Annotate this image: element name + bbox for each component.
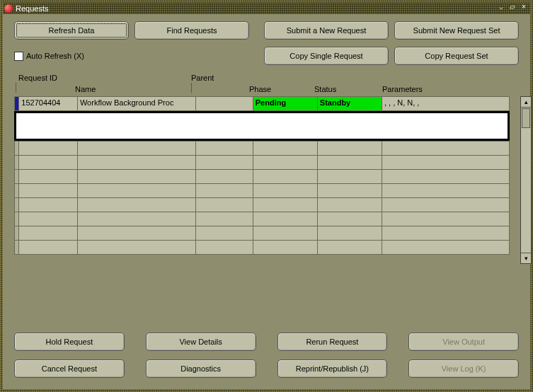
cancel-request-button[interactable]: Cancel Request bbox=[14, 359, 125, 378]
rerun-label: Rerun Request bbox=[306, 338, 358, 346]
header-phase: Phase bbox=[249, 85, 271, 93]
cell-phase[interactable]: Pending bbox=[253, 97, 317, 110]
diagnostics-button[interactable]: Diagnostics bbox=[146, 359, 256, 378]
refresh-label: Refresh Data bbox=[49, 26, 95, 35]
find-label: Find Requests bbox=[167, 26, 217, 35]
auto-refresh-checkbox[interactable]: Auto Refresh (X) bbox=[14, 52, 84, 61]
table-row[interactable]: 152704404 Workflow Background Proc Pendi… bbox=[15, 97, 510, 111]
cell-name[interactable]: Workflow Background Proc bbox=[78, 97, 195, 110]
submit-set-label: Submit New Request Set bbox=[413, 26, 500, 35]
minimize-icon[interactable]: ⌵ bbox=[496, 4, 506, 12]
table-row[interactable] bbox=[15, 241, 510, 255]
cell-parameters[interactable]: , , , N, N, , bbox=[382, 97, 509, 110]
copy-set-label: Copy Request Set bbox=[425, 52, 488, 60]
header-parameters: Parameters bbox=[382, 85, 423, 93]
scroll-thumb[interactable] bbox=[522, 108, 530, 128]
rerun-request-button[interactable]: Rerun Request bbox=[277, 333, 388, 351]
oracle-icon bbox=[4, 4, 13, 13]
reprint-republish-button[interactable]: Reprint/Republish (J) bbox=[277, 359, 388, 378]
table-row[interactable] bbox=[15, 142, 510, 156]
table-row[interactable] bbox=[15, 212, 510, 226]
close-icon[interactable]: × bbox=[519, 4, 529, 12]
table-row[interactable] bbox=[15, 156, 510, 170]
scroll-up-icon[interactable]: ▴ bbox=[521, 97, 531, 108]
refresh-data-button[interactable]: Refresh Data bbox=[14, 21, 129, 40]
view-log-label: View Log (K) bbox=[442, 364, 486, 373]
submit-new-label: Submit a New Request bbox=[287, 26, 367, 35]
table-row[interactable] bbox=[15, 170, 510, 184]
detail-edit-area[interactable] bbox=[14, 111, 510, 141]
vertical-scrollbar[interactable]: ▴ ▾ bbox=[520, 96, 532, 264]
requests-table-empty bbox=[14, 141, 510, 255]
auto-refresh-label: Auto Refresh (X) bbox=[26, 52, 84, 60]
cancel-label: Cancel Request bbox=[42, 364, 97, 373]
requests-table: 152704404 Workflow Background Proc Pendi… bbox=[14, 96, 510, 111]
title-bar: Requests ⌵ ▱ × bbox=[3, 3, 530, 14]
find-requests-button[interactable]: Find Requests bbox=[134, 21, 249, 40]
table-row[interactable] bbox=[15, 226, 510, 241]
cell-request-id[interactable]: 152704404 bbox=[19, 97, 77, 110]
submit-new-request-set-button[interactable]: Submit New Request Set bbox=[394, 21, 519, 40]
column-headers: Request ID Parent Name Phase Status Para… bbox=[14, 74, 519, 95]
view-details-label: View Details bbox=[179, 338, 222, 346]
view-output-button[interactable]: View Output bbox=[408, 333, 519, 351]
copy-request-set-button[interactable]: Copy Request Set bbox=[394, 47, 519, 65]
view-output-label: View Output bbox=[442, 338, 485, 346]
cell-parent[interactable] bbox=[196, 97, 252, 110]
scroll-down-icon[interactable]: ▾ bbox=[521, 253, 531, 263]
header-parent: Parent bbox=[191, 74, 214, 82]
checkbox-box[interactable] bbox=[14, 52, 23, 61]
window-title: Requests bbox=[16, 4, 48, 13]
header-name: Name bbox=[75, 85, 96, 93]
header-status: Status bbox=[314, 85, 336, 93]
cell-status[interactable]: Standby bbox=[318, 97, 382, 110]
view-log-button[interactable]: View Log (K) bbox=[408, 359, 519, 378]
hold-label: Hold Request bbox=[46, 338, 93, 346]
submit-new-request-button[interactable]: Submit a New Request bbox=[264, 21, 389, 40]
copy-single-request-button[interactable]: Copy Single Request bbox=[264, 47, 389, 65]
diagnostics-label: Diagnostics bbox=[180, 364, 221, 373]
header-request-id: Request ID bbox=[18, 74, 57, 82]
copy-single-label: Copy Single Request bbox=[290, 52, 362, 60]
table-row[interactable] bbox=[15, 184, 510, 198]
hold-request-button[interactable]: Hold Request bbox=[14, 333, 125, 351]
reprint-label: Reprint/Republish (J) bbox=[296, 364, 369, 373]
maximize-icon[interactable]: ▱ bbox=[508, 4, 517, 12]
table-row[interactable] bbox=[15, 198, 510, 212]
view-details-button[interactable]: View Details bbox=[146, 333, 256, 351]
